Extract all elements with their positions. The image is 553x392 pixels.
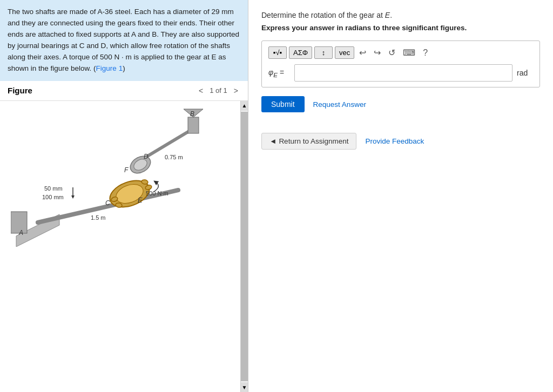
scroll-up-button[interactable]: ▲	[241, 101, 248, 111]
svg-text:D: D	[144, 153, 149, 160]
figure-title: Figure	[8, 86, 32, 95]
problem-text: The two shafts are made of A-36 steel. E…	[0, 0, 248, 81]
redo-button[interactable]: ↪	[371, 46, 383, 59]
svg-text:C: C	[105, 199, 110, 207]
provide-feedback-link[interactable]: Provide Feedback	[365, 137, 424, 145]
return-label: Return to Assignment	[279, 137, 348, 145]
svg-text:0.75 m: 0.75 m	[165, 154, 183, 160]
answer-input[interactable]	[294, 64, 512, 82]
vec-label: vec	[339, 49, 350, 57]
figure-scrollbar[interactable]: ▲ ▼	[240, 101, 248, 392]
arrows-button[interactable]: ↕	[314, 46, 333, 59]
keyboard-icon: ⌨	[403, 48, 415, 57]
figure-canvas: E D F C B A 50 mm	[0, 101, 248, 392]
svg-text:F: F	[124, 166, 129, 174]
svg-text:100 mm: 100 mm	[42, 194, 64, 200]
help-icon: ?	[423, 48, 428, 57]
page-indicator: 1 of 1	[210, 86, 227, 94]
greek-button[interactable]: ΑΣΦ	[289, 46, 312, 59]
question-title: Determine the rotation of the gear at E.	[261, 11, 540, 19]
question-instruction: Express your answer in radians to three …	[261, 24, 540, 32]
svg-text:1.5 m: 1.5 m	[91, 214, 106, 221]
keyboard-button[interactable]: ⌨	[400, 46, 418, 59]
svg-rect-3	[188, 117, 199, 133]
scroll-thumb[interactable]	[241, 112, 248, 381]
reset-button[interactable]: ↺	[386, 46, 398, 59]
greek-icon: ΑΣΦ	[293, 49, 308, 57]
sqrt-button[interactable]: ▪√▪	[268, 46, 287, 59]
bottom-nav: ◄ Return to Assignment Provide Feedback	[261, 133, 540, 150]
input-label: φE =	[268, 68, 290, 78]
next-figure-button[interactable]: >	[232, 85, 240, 96]
submit-row: Submit Request Answer	[261, 96, 540, 112]
return-icon: ◄	[269, 137, 276, 145]
answer-box: ▪√▪ ΑΣΦ ↕ vec ↩ ↪ ↺ ⌨ ?	[261, 40, 540, 87]
undo-button[interactable]: ↩	[356, 46, 369, 59]
redo-icon: ↪	[374, 48, 381, 57]
svg-text:500 N·m: 500 N·m	[146, 190, 168, 197]
svg-text:A: A	[18, 229, 23, 236]
figure-nav: < 1 of 1 >	[197, 85, 240, 96]
formula-toolbar: ▪√▪ ΑΣΦ ↕ vec ↩ ↪ ↺ ⌨ ?	[268, 46, 533, 59]
right-panel: Determine the rotation of the gear at E.…	[248, 0, 553, 392]
reset-icon: ↺	[388, 48, 395, 57]
return-to-assignment-button[interactable]: ◄ Return to Assignment	[261, 133, 356, 150]
submit-button[interactable]: Submit	[261, 96, 305, 112]
svg-text:50 mm: 50 mm	[44, 185, 63, 192]
vec-button[interactable]: vec	[335, 46, 354, 59]
svg-text:B: B	[190, 110, 194, 118]
sqrt-icon: ▪√▪	[273, 49, 282, 57]
problem-description: The two shafts are made of A-36 steel. E…	[8, 8, 239, 72]
prev-figure-button[interactable]: <	[197, 85, 205, 96]
unit-label: rad	[517, 69, 533, 77]
figure-header: Figure < 1 of 1 >	[0, 81, 248, 101]
request-answer-link[interactable]: Request Answer	[313, 100, 366, 109]
figure-link[interactable]: Figure 1	[96, 64, 123, 72]
undo-icon: ↩	[359, 48, 366, 57]
svg-text:E: E	[138, 196, 143, 204]
figure-diagram: E D F C B A 50 mm	[0, 101, 238, 392]
arrows-icon: ↕	[322, 49, 326, 57]
scroll-down-button[interactable]: ▼	[241, 382, 248, 392]
figure-section: Figure < 1 of 1 >	[0, 81, 248, 392]
input-row: φE = rad	[268, 64, 533, 82]
help-button[interactable]: ?	[420, 47, 430, 59]
